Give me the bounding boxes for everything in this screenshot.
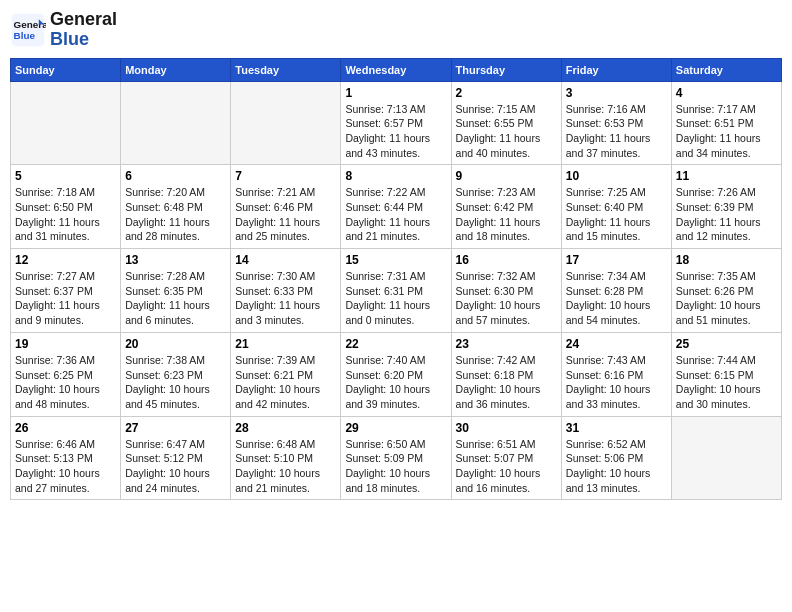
calendar-cell: 2Sunrise: 7:15 AM Sunset: 6:55 PM Daylig… (451, 81, 561, 165)
calendar-cell: 15Sunrise: 7:31 AM Sunset: 6:31 PM Dayli… (341, 249, 451, 333)
logo-text: General Blue (50, 10, 117, 50)
day-number: 31 (566, 421, 667, 435)
week-row-5: 26Sunrise: 6:46 AM Sunset: 5:13 PM Dayli… (11, 416, 782, 500)
day-number: 12 (15, 253, 116, 267)
day-number: 2 (456, 86, 557, 100)
weekday-header-tuesday: Tuesday (231, 58, 341, 81)
day-number: 28 (235, 421, 336, 435)
day-number: 9 (456, 169, 557, 183)
cell-info: Sunrise: 6:47 AM Sunset: 5:12 PM Dayligh… (125, 437, 226, 496)
day-number: 19 (15, 337, 116, 351)
cell-info: Sunrise: 7:25 AM Sunset: 6:40 PM Dayligh… (566, 185, 667, 244)
cell-info: Sunrise: 7:30 AM Sunset: 6:33 PM Dayligh… (235, 269, 336, 328)
calendar-cell: 20Sunrise: 7:38 AM Sunset: 6:23 PM Dayli… (121, 332, 231, 416)
cell-info: Sunrise: 7:21 AM Sunset: 6:46 PM Dayligh… (235, 185, 336, 244)
calendar-cell: 9Sunrise: 7:23 AM Sunset: 6:42 PM Daylig… (451, 165, 561, 249)
weekday-header-friday: Friday (561, 58, 671, 81)
calendar-cell: 6Sunrise: 7:20 AM Sunset: 6:48 PM Daylig… (121, 165, 231, 249)
week-row-1: 1Sunrise: 7:13 AM Sunset: 6:57 PM Daylig… (11, 81, 782, 165)
day-number: 3 (566, 86, 667, 100)
day-number: 18 (676, 253, 777, 267)
calendar-cell: 11Sunrise: 7:26 AM Sunset: 6:39 PM Dayli… (671, 165, 781, 249)
day-number: 26 (15, 421, 116, 435)
weekday-header-thursday: Thursday (451, 58, 561, 81)
day-number: 6 (125, 169, 226, 183)
cell-info: Sunrise: 7:27 AM Sunset: 6:37 PM Dayligh… (15, 269, 116, 328)
cell-info: Sunrise: 7:20 AM Sunset: 6:48 PM Dayligh… (125, 185, 226, 244)
calendar-cell: 30Sunrise: 6:51 AM Sunset: 5:07 PM Dayli… (451, 416, 561, 500)
svg-text:Blue: Blue (14, 30, 36, 41)
day-number: 29 (345, 421, 446, 435)
calendar-cell: 17Sunrise: 7:34 AM Sunset: 6:28 PM Dayli… (561, 249, 671, 333)
week-row-3: 12Sunrise: 7:27 AM Sunset: 6:37 PM Dayli… (11, 249, 782, 333)
day-number: 24 (566, 337, 667, 351)
cell-info: Sunrise: 6:50 AM Sunset: 5:09 PM Dayligh… (345, 437, 446, 496)
day-number: 20 (125, 337, 226, 351)
calendar-cell (121, 81, 231, 165)
calendar-cell: 10Sunrise: 7:25 AM Sunset: 6:40 PM Dayli… (561, 165, 671, 249)
day-number: 13 (125, 253, 226, 267)
cell-info: Sunrise: 6:51 AM Sunset: 5:07 PM Dayligh… (456, 437, 557, 496)
day-number: 30 (456, 421, 557, 435)
logo: General Blue General Blue (10, 10, 117, 50)
calendar-cell: 8Sunrise: 7:22 AM Sunset: 6:44 PM Daylig… (341, 165, 451, 249)
cell-info: Sunrise: 7:16 AM Sunset: 6:53 PM Dayligh… (566, 102, 667, 161)
cell-info: Sunrise: 7:36 AM Sunset: 6:25 PM Dayligh… (15, 353, 116, 412)
cell-info: Sunrise: 7:22 AM Sunset: 6:44 PM Dayligh… (345, 185, 446, 244)
calendar-cell: 21Sunrise: 7:39 AM Sunset: 6:21 PM Dayli… (231, 332, 341, 416)
day-number: 8 (345, 169, 446, 183)
calendar-cell: 25Sunrise: 7:44 AM Sunset: 6:15 PM Dayli… (671, 332, 781, 416)
calendar-cell: 5Sunrise: 7:18 AM Sunset: 6:50 PM Daylig… (11, 165, 121, 249)
calendar-cell: 18Sunrise: 7:35 AM Sunset: 6:26 PM Dayli… (671, 249, 781, 333)
cell-info: Sunrise: 7:42 AM Sunset: 6:18 PM Dayligh… (456, 353, 557, 412)
week-row-2: 5Sunrise: 7:18 AM Sunset: 6:50 PM Daylig… (11, 165, 782, 249)
weekday-header-monday: Monday (121, 58, 231, 81)
cell-info: Sunrise: 7:44 AM Sunset: 6:15 PM Dayligh… (676, 353, 777, 412)
calendar-cell: 29Sunrise: 6:50 AM Sunset: 5:09 PM Dayli… (341, 416, 451, 500)
calendar-cell: 13Sunrise: 7:28 AM Sunset: 6:35 PM Dayli… (121, 249, 231, 333)
cell-info: Sunrise: 6:48 AM Sunset: 5:10 PM Dayligh… (235, 437, 336, 496)
day-number: 27 (125, 421, 226, 435)
calendar-cell (671, 416, 781, 500)
cell-info: Sunrise: 7:15 AM Sunset: 6:55 PM Dayligh… (456, 102, 557, 161)
week-row-4: 19Sunrise: 7:36 AM Sunset: 6:25 PM Dayli… (11, 332, 782, 416)
day-number: 17 (566, 253, 667, 267)
cell-info: Sunrise: 7:28 AM Sunset: 6:35 PM Dayligh… (125, 269, 226, 328)
svg-text:General: General (14, 19, 46, 30)
page-header: General Blue General Blue (10, 10, 782, 50)
calendar-cell: 1Sunrise: 7:13 AM Sunset: 6:57 PM Daylig… (341, 81, 451, 165)
cell-info: Sunrise: 7:17 AM Sunset: 6:51 PM Dayligh… (676, 102, 777, 161)
day-number: 14 (235, 253, 336, 267)
calendar-cell: 24Sunrise: 7:43 AM Sunset: 6:16 PM Dayli… (561, 332, 671, 416)
weekday-header-wednesday: Wednesday (341, 58, 451, 81)
day-number: 1 (345, 86, 446, 100)
cell-info: Sunrise: 6:46 AM Sunset: 5:13 PM Dayligh… (15, 437, 116, 496)
day-number: 25 (676, 337, 777, 351)
day-number: 7 (235, 169, 336, 183)
cell-info: Sunrise: 7:34 AM Sunset: 6:28 PM Dayligh… (566, 269, 667, 328)
calendar-cell: 26Sunrise: 6:46 AM Sunset: 5:13 PM Dayli… (11, 416, 121, 500)
cell-info: Sunrise: 7:43 AM Sunset: 6:16 PM Dayligh… (566, 353, 667, 412)
cell-info: Sunrise: 7:39 AM Sunset: 6:21 PM Dayligh… (235, 353, 336, 412)
cell-info: Sunrise: 7:35 AM Sunset: 6:26 PM Dayligh… (676, 269, 777, 328)
calendar-table: SundayMondayTuesdayWednesdayThursdayFrid… (10, 58, 782, 501)
day-number: 4 (676, 86, 777, 100)
day-number: 15 (345, 253, 446, 267)
calendar-cell: 31Sunrise: 6:52 AM Sunset: 5:06 PM Dayli… (561, 416, 671, 500)
cell-info: Sunrise: 7:38 AM Sunset: 6:23 PM Dayligh… (125, 353, 226, 412)
calendar-cell: 7Sunrise: 7:21 AM Sunset: 6:46 PM Daylig… (231, 165, 341, 249)
calendar-cell: 16Sunrise: 7:32 AM Sunset: 6:30 PM Dayli… (451, 249, 561, 333)
calendar-cell: 19Sunrise: 7:36 AM Sunset: 6:25 PM Dayli… (11, 332, 121, 416)
cell-info: Sunrise: 7:32 AM Sunset: 6:30 PM Dayligh… (456, 269, 557, 328)
calendar-cell: 28Sunrise: 6:48 AM Sunset: 5:10 PM Dayli… (231, 416, 341, 500)
day-number: 16 (456, 253, 557, 267)
day-number: 11 (676, 169, 777, 183)
weekday-header-row: SundayMondayTuesdayWednesdayThursdayFrid… (11, 58, 782, 81)
weekday-header-saturday: Saturday (671, 58, 781, 81)
day-number: 23 (456, 337, 557, 351)
day-number: 21 (235, 337, 336, 351)
calendar-cell: 22Sunrise: 7:40 AM Sunset: 6:20 PM Dayli… (341, 332, 451, 416)
calendar-cell (11, 81, 121, 165)
cell-info: Sunrise: 7:31 AM Sunset: 6:31 PM Dayligh… (345, 269, 446, 328)
calendar-cell: 14Sunrise: 7:30 AM Sunset: 6:33 PM Dayli… (231, 249, 341, 333)
